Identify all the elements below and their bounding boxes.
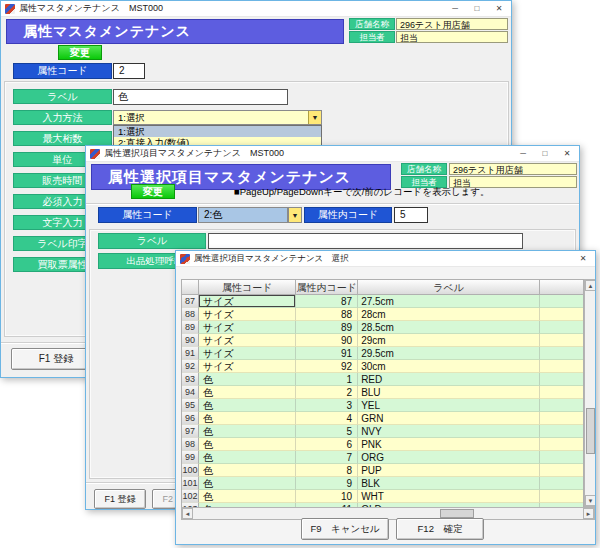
minimize-button[interactable]: ─ bbox=[515, 147, 531, 160]
table-row[interactable]: 97色5NVY bbox=[182, 425, 583, 438]
table-row[interactable]: 94色2BLU bbox=[182, 386, 583, 399]
f1-register-button[interactable]: F1 登録 bbox=[94, 489, 146, 509]
table-row[interactable]: 93色1RED bbox=[182, 373, 583, 386]
label-header[interactable]: ラベル bbox=[358, 280, 540, 294]
row-number-cell: 97 bbox=[182, 425, 199, 438]
extra-cell bbox=[540, 438, 583, 451]
app-icon bbox=[5, 4, 15, 14]
store-name-label: 店舗名称 bbox=[349, 18, 395, 30]
label-cell: YEL bbox=[358, 399, 540, 412]
label-field-label: ラベル bbox=[98, 233, 206, 249]
table-row[interactable]: 101色9BLK bbox=[182, 477, 583, 490]
page-title: 属性マスタメンテナンス bbox=[6, 19, 344, 44]
table-row[interactable]: 89サイズ8928.5cm bbox=[182, 321, 583, 334]
attr-code-header[interactable]: 属性コード bbox=[199, 280, 297, 294]
pageup-pagedown-note: ■PageUp/PageDownキーで次/前のレコードを表示します。 bbox=[234, 186, 490, 199]
title-bar: 属性マスタメンテナンス MST000 bbox=[1, 1, 511, 17]
scrollbar-thumb[interactable] bbox=[440, 509, 474, 518]
attr-code-cell: 色 bbox=[199, 490, 297, 503]
maximize-button[interactable]: □ bbox=[537, 147, 553, 160]
f9-cancel-button[interactable]: F9 キャンセル bbox=[301, 518, 389, 540]
person-label: 担当者 bbox=[349, 31, 395, 43]
attr-code-cell: サイズ bbox=[199, 321, 297, 334]
store-name-value[interactable]: 296テスト用店舗 bbox=[449, 163, 577, 175]
extra-cell bbox=[540, 360, 583, 373]
chevron-down-icon[interactable]: ▼ bbox=[308, 111, 321, 124]
label-cell: RED bbox=[358, 373, 540, 386]
attr-inner-code-header[interactable]: 属性内コード bbox=[296, 280, 358, 294]
attr-inner-code-cell: 92 bbox=[296, 360, 358, 373]
table-row[interactable]: 92サイズ9230cm bbox=[182, 360, 583, 373]
maximize-button[interactable]: □ bbox=[469, 2, 485, 15]
close-button[interactable]: ✕ bbox=[491, 2, 507, 15]
attr-inner-code-cell: 8 bbox=[296, 464, 358, 477]
attr-inner-code-label: 属性内コード bbox=[304, 207, 392, 223]
change-button[interactable]: 変更 bbox=[58, 45, 102, 60]
label-cell: GRN bbox=[358, 412, 540, 425]
attr-code-label: 属性コード bbox=[13, 63, 112, 79]
table-row[interactable]: 102色10WHT bbox=[182, 490, 583, 503]
row-number-cell: 102 bbox=[182, 490, 199, 503]
input-method-combobox[interactable]: 1:選択 ▼ bbox=[113, 110, 322, 125]
attr-code-label: 属性コード bbox=[98, 207, 197, 223]
label-field-label: ラベル bbox=[13, 89, 112, 104]
table-row[interactable]: 100色8PUP bbox=[182, 464, 583, 477]
attr-inner-code-cell: 3 bbox=[296, 399, 358, 412]
extra-column-header bbox=[540, 280, 583, 294]
label-input[interactable] bbox=[113, 89, 288, 105]
scroll-down-icon[interactable]: ▼ bbox=[585, 495, 596, 506]
attr-inner-code-cell: 87 bbox=[296, 295, 358, 308]
person-value[interactable]: 担当 bbox=[396, 31, 508, 43]
row-number-cell: 90 bbox=[182, 334, 199, 347]
table-row[interactable]: 98色6PNK bbox=[182, 438, 583, 451]
attr-code-cell: 色 bbox=[199, 464, 297, 477]
row-number-cell: 99 bbox=[182, 451, 199, 464]
attr-code-cell: サイズ bbox=[199, 360, 297, 373]
window-controls: ─ □ ✕ bbox=[447, 2, 507, 15]
change-button[interactable]: 変更 bbox=[131, 184, 175, 199]
attr-inner-code-cell: 7 bbox=[296, 451, 358, 464]
vertical-scrollbar[interactable]: ▲ ▼ bbox=[584, 279, 596, 507]
label-input[interactable] bbox=[208, 233, 523, 249]
store-name-value[interactable]: 296テスト用店舗 bbox=[396, 18, 508, 30]
attr-inner-code-cell: 89 bbox=[296, 321, 358, 334]
label-cell: WHT bbox=[358, 490, 540, 503]
extra-cell bbox=[540, 334, 583, 347]
input-method-label: 入力方法 bbox=[13, 110, 112, 125]
table-row[interactable]: 88サイズ8828cm bbox=[182, 308, 583, 321]
label-cell: PUP bbox=[358, 464, 540, 477]
attr-inner-code-cell: 90 bbox=[296, 334, 358, 347]
attr-inner-code-value[interactable]: 5 bbox=[394, 207, 428, 223]
dropdown-option[interactable]: 1:選択 bbox=[114, 126, 321, 137]
label-cell: PNK bbox=[358, 438, 540, 451]
attr-inner-code-cell: 9 bbox=[296, 477, 358, 490]
attr-code-cell: 色 bbox=[199, 386, 297, 399]
table-row[interactable]: 90サイズ9029cm bbox=[182, 334, 583, 347]
chevron-down-icon[interactable]: ▼ bbox=[288, 207, 302, 223]
f12-confirm-button[interactable]: F12 確定 bbox=[396, 518, 484, 540]
attr-code-cell: 色 bbox=[199, 438, 297, 451]
table-row[interactable]: 96色4GRN bbox=[182, 412, 583, 425]
attr-code-value[interactable]: 2 bbox=[113, 63, 145, 79]
table-row[interactable]: 91サイズ9129.5cm bbox=[182, 347, 583, 360]
table-row[interactable]: 99色7ORG bbox=[182, 451, 583, 464]
store-name-label: 店舗名称 bbox=[401, 163, 447, 175]
divider bbox=[86, 203, 580, 204]
table-row[interactable]: 95色3YEL bbox=[182, 399, 583, 412]
extra-cell bbox=[540, 425, 583, 438]
app-icon bbox=[180, 254, 190, 264]
scroll-right-icon[interactable]: ► bbox=[583, 508, 594, 519]
label-cell: NVY bbox=[358, 425, 540, 438]
scrollbar-thumb[interactable] bbox=[586, 408, 595, 454]
row-number-header bbox=[182, 280, 199, 294]
attr-inner-code-cell: 1 bbox=[296, 373, 358, 386]
scroll-up-icon[interactable]: ▲ bbox=[585, 280, 596, 291]
minimize-button[interactable]: ─ bbox=[447, 2, 463, 15]
close-button[interactable]: ✕ bbox=[559, 147, 575, 160]
table-row[interactable]: 87サイズ8727.5cm bbox=[182, 295, 583, 308]
close-button[interactable]: ✕ bbox=[575, 252, 591, 265]
row-number-cell: 87 bbox=[182, 295, 199, 308]
attr-inner-code-cell: 2 bbox=[296, 386, 358, 399]
scroll-left-icon[interactable]: ◄ bbox=[182, 508, 193, 519]
attr-code-combobox[interactable]: 2:色 bbox=[198, 207, 288, 223]
